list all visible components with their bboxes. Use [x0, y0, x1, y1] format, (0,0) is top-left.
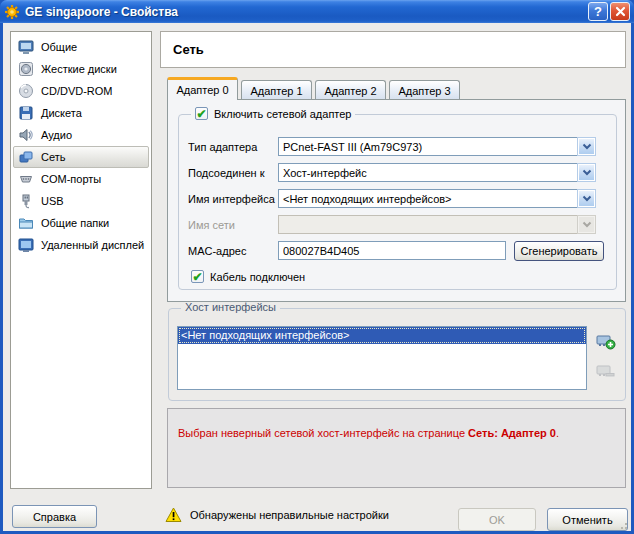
host-interface-list-item[interactable]: <Нет подходящих интерфейсов> [178, 327, 586, 344]
network-name-row: Имя сети [188, 215, 607, 234]
attached-to-dropdown[interactable]: Хост-интерфейс [278, 163, 596, 182]
dropdown-value: Хост-интерфейс [279, 167, 578, 179]
sidebar-item-usb[interactable]: USB [13, 190, 149, 212]
mac-address-label: MAC-адрес [188, 245, 278, 257]
floppy-icon [18, 105, 34, 121]
generate-mac-label: Сгенерировать [521, 245, 598, 257]
remove-interface-icon [596, 362, 616, 380]
question-icon: ? [594, 4, 602, 19]
remote-display-icon [18, 237, 34, 253]
help-titlebar-button[interactable]: ? [588, 2, 608, 21]
host-interfaces-legend: Хост интерфейсы [181, 301, 280, 313]
dropdown-button[interactable] [578, 138, 595, 155]
network-icon [18, 149, 34, 165]
mac-address-input[interactable] [278, 241, 506, 260]
settings-warning: Обнаружены неправильные настройки [165, 507, 389, 523]
chevron-down-icon [582, 221, 592, 229]
ok-button-label: OK [489, 514, 505, 526]
sidebar-item-hard-disks[interactable]: Жесткие диски [13, 58, 149, 80]
dropdown-button[interactable] [578, 190, 595, 207]
settings-category-list: Общие Жесткие диски CD/DVD-ROM [10, 31, 152, 489]
title-bar: GE singapoore - Свойства ? [0, 0, 634, 23]
remove-host-interface-button[interactable] [593, 359, 619, 383]
close-icon [615, 6, 626, 17]
adapter-type-dropdown[interactable]: PCnet-FAST III (Am79C973) [278, 137, 596, 156]
resize-grip[interactable] [620, 520, 630, 530]
chevron-down-icon [582, 195, 592, 203]
tab-label: Адаптер 2 [324, 85, 376, 97]
window-title: GE singapoore - Свойства [25, 5, 586, 19]
adapter-form: Тип адаптера PCnet-FAST III (Am79C973) П… [188, 137, 607, 283]
chevron-down-icon [582, 169, 592, 177]
add-host-interface-button[interactable] [593, 329, 619, 353]
enable-adapter-checkbox[interactable]: ✔ [195, 107, 208, 120]
dropdown-button[interactable] [578, 164, 595, 181]
tab-adapter-0[interactable]: Адаптер 0 [167, 77, 238, 100]
adapter-type-label: Тип адаптера [188, 141, 278, 153]
tab-label: Адаптер 1 [250, 85, 302, 97]
ok-button[interactable]: OK [458, 508, 536, 531]
com-port-icon [18, 171, 34, 187]
sidebar-item-label: Общие папки [41, 217, 109, 229]
cd-icon [18, 83, 34, 99]
sidebar-item-label: CD/DVD-ROM [41, 85, 113, 97]
page-title: Сеть [173, 42, 204, 57]
sidebar-item-label: Сеть [41, 151, 65, 163]
validation-message-period: . [556, 427, 559, 439]
cable-connected-label: Кабель подключен [210, 271, 305, 283]
sidebar-item-cd-dvd[interactable]: CD/DVD-ROM [13, 80, 149, 102]
host-interface-actions [593, 329, 619, 389]
interface-name-row: Имя интерфейса <Нет подходящих интерфейс… [188, 189, 607, 208]
validation-message-text: Выбран неверный сетевой хост-интерфейс н… [178, 427, 468, 439]
warning-icon [165, 507, 182, 523]
chevron-down-icon [582, 143, 592, 151]
close-button[interactable] [610, 2, 630, 21]
attached-to-row: Подсоединен к Хост-интерфейс [188, 163, 607, 182]
adapter-tabs: Адаптер 0 Адаптер 1 Адаптер 2 Адаптер 3 [167, 77, 463, 100]
sidebar-item-com-ports[interactable]: COM-порты [13, 168, 149, 190]
sidebar-item-label: COM-порты [41, 173, 101, 185]
sidebar-item-shared-folders[interactable]: Общие папки [13, 212, 149, 234]
tab-label: Адаптер 0 [176, 84, 228, 96]
tab-label: Адаптер 3 [398, 85, 450, 97]
dropdown-value: <Нет подходящих интерфейсов> [279, 193, 578, 205]
sidebar-item-floppy[interactable]: Дискета [13, 102, 149, 124]
attached-to-label: Подсоединен к [188, 167, 278, 179]
generate-mac-button[interactable]: Сгенерировать [514, 241, 604, 261]
help-button[interactable]: Справка [12, 505, 97, 528]
harddisk-icon [18, 61, 34, 77]
cancel-button-label: Отменить [562, 514, 612, 526]
cancel-button[interactable]: Отменить [547, 508, 628, 531]
sidebar-item-audio[interactable]: Аудио [13, 124, 149, 146]
validation-message-page: Сеть: Адаптер 0 [468, 427, 556, 439]
dropdown-value: PCnet-FAST III (Am79C973) [279, 141, 578, 153]
check-icon: ✔ [192, 272, 202, 282]
validation-panel: Выбран неверный сетевой хост-интерфейс н… [167, 408, 626, 488]
sidebar-item-general[interactable]: Общие [13, 36, 149, 58]
shared-folders-icon [18, 215, 34, 231]
enable-adapter-label: Включить сетевой адаптер [214, 108, 351, 120]
dialog-body: Общие Жесткие диски CD/DVD-ROM [3, 23, 631, 531]
app-gear-icon [4, 4, 20, 20]
check-icon: ✔ [196, 109, 206, 119]
sidebar-item-label: Дискета [41, 107, 82, 119]
mac-address-row: MAC-адрес Сгенерировать [188, 241, 607, 260]
adapter-type-row: Тип адаптера PCnet-FAST III (Am79C973) [188, 137, 607, 156]
sidebar-item-label: Удаленный дисплей [41, 239, 144, 251]
sidebar-item-network[interactable]: Сеть [13, 146, 149, 168]
host-interfaces-list[interactable]: <Нет подходящих интерфейсов> [177, 326, 587, 390]
network-name-label: Имя сети [188, 219, 278, 231]
tab-adapter-1[interactable]: Адаптер 1 [241, 80, 312, 100]
page-header: Сеть [160, 31, 626, 68]
dropdown-button [578, 216, 595, 233]
sidebar-item-remote-display[interactable]: Удаленный дисплей [13, 234, 149, 256]
general-icon [18, 39, 34, 55]
sidebar-item-label: USB [41, 195, 64, 207]
add-interface-icon [596, 332, 616, 350]
help-button-label: Справка [33, 511, 76, 523]
usb-icon [18, 193, 34, 209]
interface-name-dropdown[interactable]: <Нет подходящих интерфейсов> [278, 189, 596, 208]
tab-adapter-3[interactable]: Адаптер 3 [389, 80, 460, 100]
tab-adapter-2[interactable]: Адаптер 2 [315, 80, 386, 100]
cable-connected-checkbox[interactable]: ✔ [191, 270, 204, 283]
